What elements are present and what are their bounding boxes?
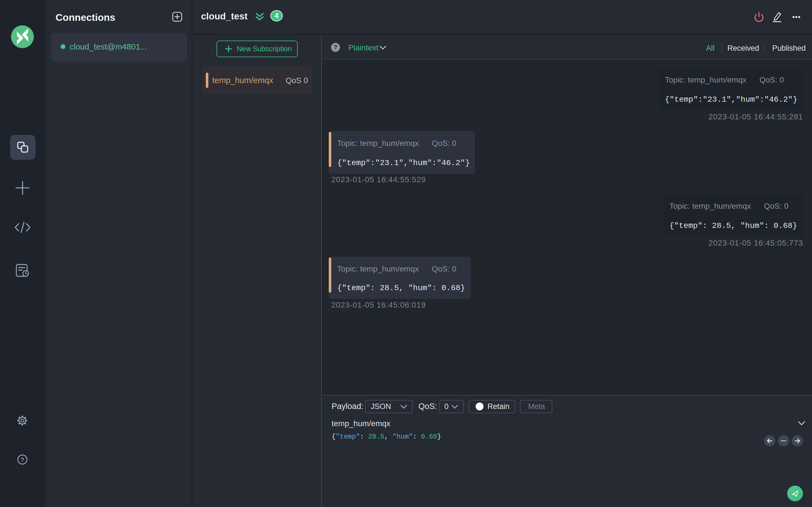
- svg-text:?: ?: [20, 457, 24, 463]
